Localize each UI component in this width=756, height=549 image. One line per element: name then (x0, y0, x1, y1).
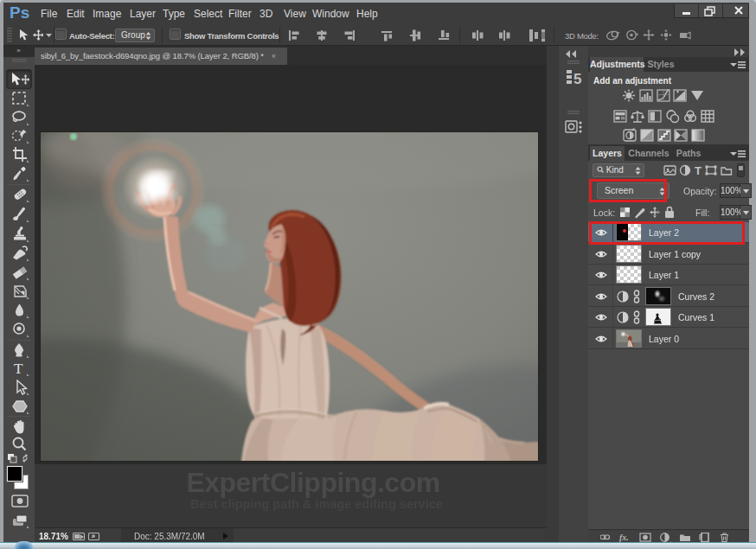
svg-text:T: T (14, 361, 23, 376)
svg-text:.: . (670, 536, 671, 542)
svg-text:5: 5 (573, 71, 581, 86)
svg-text:T: T (695, 164, 702, 177)
svg-text:fx.: fx. (619, 533, 629, 542)
